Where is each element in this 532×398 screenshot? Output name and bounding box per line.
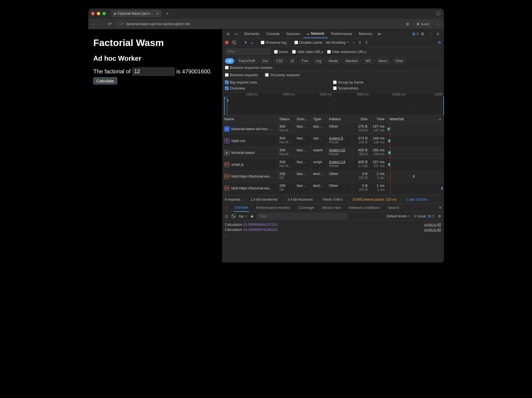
type-pill-fetchxhr[interactable]: Fetch/XHR [236, 58, 258, 64]
search-icon[interactable]: ⌕ [251, 40, 253, 45]
download-icon[interactable]: ↧ [365, 40, 368, 45]
hide-extension-urls-checkbox[interactable]: Hide extension URLs [327, 50, 367, 54]
big-rows-checkbox[interactable]: Big request rows [225, 80, 333, 84]
initiator[interactable]: (index):14 [329, 160, 350, 164]
browser-tab[interactable]: ◆ Factorial Wasm (ad hoc Work × [111, 10, 162, 17]
col-name[interactable]: Name [222, 116, 277, 122]
drawer-tab-coverage[interactable]: Coverage [297, 204, 315, 212]
col-waterfall[interactable]: Waterfall▲ [387, 116, 444, 122]
console-prompt[interactable]: › [225, 232, 441, 239]
type-pill-img[interactable]: Img [313, 58, 324, 64]
drawer-tab-what-s-new[interactable]: What's new [321, 204, 342, 212]
timeline-overview[interactable]: 2000 ms4000 ms6000 ms8000 ms10000 ms1200… [222, 93, 444, 115]
reload-icon[interactable]: ⟳ [108, 21, 112, 27]
type-pill-wasm[interactable]: Wasm [375, 58, 391, 64]
col-time[interactable]: Time [370, 116, 387, 122]
throttling-select[interactable]: No throttling ▼ [326, 40, 349, 45]
request-row[interactable]: ⬙factorial.wasm304Not M…factori…wasm(ind… [222, 147, 444, 159]
group-frame-checkbox[interactable]: Group by frame [333, 80, 441, 84]
eye-icon[interactable]: ◉ [251, 214, 253, 218]
site-info-icon[interactable]: ⓘ≡ [119, 21, 124, 26]
type-pill-css[interactable]: CSS [273, 58, 286, 64]
request-row[interactable]: ✎style.css304Not M…factori…styles…(index… [222, 135, 444, 147]
drawer-tab-search[interactable]: Search [387, 204, 400, 212]
back-icon[interactable]: ← [92, 21, 96, 26]
request-row[interactable]: <>script.js304Not M…factori…script(index… [222, 159, 444, 170]
factorial-input[interactable] [132, 67, 175, 76]
panel-tab-memory[interactable]: Memory [356, 29, 376, 38]
log-source-link[interactable]: script.js:40 [424, 223, 441, 227]
close-window-button[interactable] [91, 12, 95, 15]
drawer-tab-network-conditions[interactable]: Network conditions [348, 204, 381, 212]
panel-tab-performance[interactable]: Performance [328, 29, 355, 38]
drawer-menu-icon[interactable]: ⋮ [224, 205, 228, 210]
drawer-tab-performance-monitor[interactable]: Performance monitor [255, 204, 291, 212]
panel-tab-elements[interactable]: Elements [241, 29, 263, 38]
type-pill-font[interactable]: Font [299, 58, 311, 64]
type-pill-manifest[interactable]: Manifest [342, 58, 361, 64]
blocked-requests-checkbox[interactable]: Blocked requests [225, 73, 258, 77]
profile-guest-button[interactable]: ◉ Guest [413, 21, 432, 27]
initiator[interactable]: (index):10 [329, 148, 350, 152]
gear-icon[interactable]: ⚙ [419, 32, 426, 36]
type-pill-doc[interactable]: Doc [260, 58, 272, 64]
col-size[interactable]: Size [352, 116, 370, 122]
overview-checkbox[interactable]: Overview [225, 86, 333, 90]
col-initiator[interactable]: Initiator [327, 116, 352, 122]
filter-input[interactable] [225, 49, 270, 55]
third-party-checkbox[interactable]: 3rd-party requests [265, 73, 300, 77]
request-row[interactable]: <>blob:https://factorial-wa…200OKfactori… [222, 170, 444, 182]
record-button[interactable] [225, 41, 229, 44]
upload-icon[interactable]: ↥ [358, 40, 362, 45]
initiator[interactable]: (index):5 [329, 136, 350, 140]
browser-menu-icon[interactable]: ⋮ [436, 21, 441, 27]
type-pill-media[interactable]: Media [326, 58, 341, 64]
col-domain[interactable]: Domain [295, 116, 311, 122]
console-filter-input[interactable] [257, 213, 347, 219]
blocked-cookies-checkbox[interactable]: Blocked response cookies [225, 65, 273, 70]
col-status[interactable]: Status [277, 116, 295, 122]
context-select[interactable]: top▼ [239, 214, 248, 218]
address-bar[interactable]: ⓘ≡ factorial-wasm-ad-hoc-worker.glitch.m… [116, 21, 402, 26]
console-settings-icon[interactable]: ⚙ [438, 214, 441, 218]
hide-data-urls-checkbox[interactable]: Hide data URLs [292, 50, 323, 54]
network-settings-icon[interactable]: ⚙ [438, 40, 441, 45]
zoom-icon[interactable]: ⊕ [406, 21, 410, 27]
sidebar-toggle-icon[interactable]: ◫ [225, 214, 228, 218]
close-devtools-icon[interactable]: ✕ [434, 32, 442, 36]
wifi-icon[interactable]: ⏦ [353, 40, 355, 45]
panel-tab-network[interactable]: ▲Network [303, 29, 328, 38]
type-pill-ws[interactable]: WS [363, 58, 374, 64]
type-pill-all[interactable]: All [225, 58, 234, 64]
inspect-icon[interactable]: ⯐ [224, 32, 232, 36]
new-tab-button[interactable]: + [164, 11, 171, 16]
invert-checkbox[interactable]: Invert [274, 50, 288, 54]
screenshots-checkbox[interactable]: Screenshots [333, 86, 441, 90]
filter-toggle-icon[interactable]: ▼ [244, 40, 248, 45]
preserve-log-checkbox[interactable]: Preserve log [261, 40, 286, 45]
clear-console-button[interactable] [231, 214, 236, 218]
more-panels-icon[interactable]: ≫ [375, 32, 384, 36]
devtools-menu-icon[interactable]: ⋮ [426, 32, 434, 36]
minimize-window-button[interactable] [97, 12, 100, 15]
clear-button[interactable] [232, 40, 236, 45]
log-levels-select[interactable]: Default levels▼ [387, 214, 411, 218]
log-source-link[interactable]: script.js:40 [424, 228, 441, 232]
issues-button[interactable]: ▤ 1 [412, 32, 419, 36]
device-toggle-icon[interactable]: ▭ [232, 32, 240, 36]
close-tab-icon[interactable]: × [156, 11, 159, 16]
type-pill-js[interactable]: JS [288, 58, 297, 64]
panel-tab-console[interactable]: Console [263, 29, 283, 38]
disable-cache-checkbox[interactable]: Disable cache [294, 40, 323, 45]
panel-tab-sources[interactable]: Sources [283, 29, 303, 38]
calculate-button[interactable]: Calculate [93, 77, 117, 84]
type-pill-other[interactable]: Other [392, 58, 406, 64]
close-drawer-icon[interactable]: ✕ [439, 205, 442, 210]
request-row[interactable]: ≡factorial-wasm-ad-hoc-…304Not M…factori… [222, 123, 444, 135]
request-row[interactable]: <>blob:https://factorial-wa…200OKfactori… [222, 182, 444, 194]
drawer-tab-console[interactable]: Console [234, 204, 249, 212]
maximize-window-button[interactable] [102, 12, 106, 15]
tab-list-icon[interactable]: ⌄ [435, 11, 441, 16]
drawer-issues-button[interactable]: 1 Issue: ▤ 1 [414, 214, 435, 218]
col-type[interactable]: Type [311, 116, 327, 122]
